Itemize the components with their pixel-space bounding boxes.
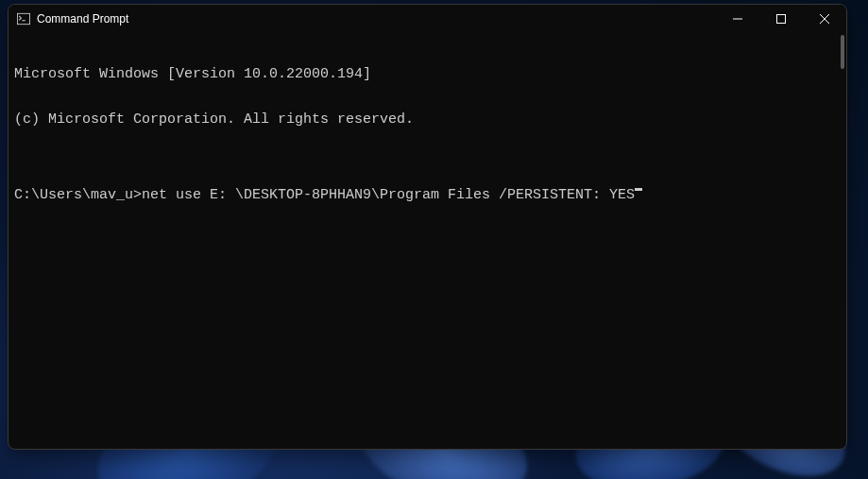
minimize-button[interactable] — [716, 5, 759, 33]
terminal-area[interactable]: Microsoft Windows [Version 10.0.22000.19… — [9, 33, 846, 449]
titlebar[interactable]: Command Prompt — [9, 5, 846, 33]
prompt-text: C:\Users\mav_u> — [14, 188, 142, 203]
command-text: net use E: \DESKTOP-8PHHAN9\Program File… — [142, 188, 635, 203]
svg-rect-3 — [777, 15, 786, 24]
terminal-output-line: Microsoft Windows [Version 10.0.22000.19… — [14, 67, 841, 82]
scrollbar-thumb[interactable] — [841, 35, 844, 69]
maximize-button[interactable] — [759, 5, 803, 33]
window-controls — [716, 5, 846, 33]
window-title: Command Prompt — [37, 12, 128, 26]
terminal-output-line: (c) Microsoft Corporation. All rights re… — [14, 112, 841, 128]
cursor — [635, 188, 642, 191]
close-button[interactable] — [803, 5, 846, 33]
terminal-prompt-line: C:\Users\mav_u>net use E: \DESKTOP-8PHHA… — [14, 188, 841, 203]
command-prompt-window: Command Prompt Microsoft Windows [Versio… — [8, 4, 847, 450]
cmd-icon — [16, 11, 31, 26]
svg-rect-0 — [17, 13, 29, 24]
